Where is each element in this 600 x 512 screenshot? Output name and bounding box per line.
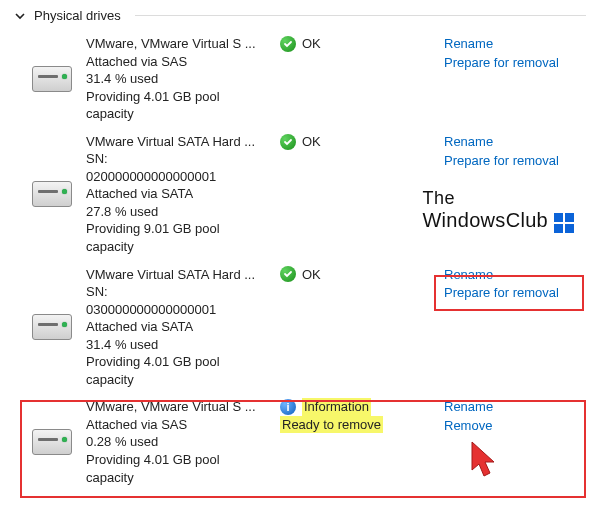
drive-status: OK xyxy=(280,133,440,256)
drive-list: VMware, VMware Virtual S ... Attached vi… xyxy=(32,29,586,490)
drive-sn-label: SN: xyxy=(86,283,276,301)
drive-row: VMware, VMware Virtual S ... Attached vi… xyxy=(32,392,586,490)
drive-used: 27.8 % used xyxy=(86,203,276,221)
drive-attached: Attached via SATA xyxy=(86,185,276,203)
drive-info: VMware Virtual SATA Hard ... SN: 0300000… xyxy=(86,266,276,389)
drive-actions: Rename Remove xyxy=(444,398,594,486)
ok-icon xyxy=(280,134,296,150)
drive-name: VMware Virtual SATA Hard ... xyxy=(86,133,276,151)
status-ok-label: OK xyxy=(302,35,321,53)
drive-sn-label: SN: xyxy=(86,150,276,168)
drive-capacity: Providing 4.01 GB pool xyxy=(86,451,276,469)
drive-actions: Rename Prepare for removal xyxy=(444,133,594,256)
drive-status: i Information Ready to remove xyxy=(280,398,440,486)
drive-info: VMware, VMware Virtual S ... Attached vi… xyxy=(86,398,276,486)
drive-attached: Attached via SATA xyxy=(86,318,276,336)
status-ok-label: OK xyxy=(302,133,321,151)
hard-drive-icon xyxy=(32,429,72,455)
ok-icon xyxy=(280,36,296,52)
drive-sn: 020000000000000001 xyxy=(86,168,276,186)
status-ok-label: OK xyxy=(302,266,321,284)
drive-info: VMware Virtual SATA Hard ... SN: 0200000… xyxy=(86,133,276,256)
drive-row: VMware, VMware Virtual S ... Attached vi… xyxy=(32,29,586,127)
prepare-removal-link[interactable]: Prepare for removal xyxy=(444,54,559,73)
drive-capacity: Providing 4.01 GB pool xyxy=(86,353,276,371)
drive-sn: 030000000000000001 xyxy=(86,301,276,319)
drive-name: VMware Virtual SATA Hard ... xyxy=(86,266,276,284)
hard-drive-icon xyxy=(32,66,72,92)
drive-status: OK xyxy=(280,35,440,123)
drive-name: VMware, VMware Virtual S ... xyxy=(86,35,276,53)
drive-capacity-2: capacity xyxy=(86,105,276,123)
rename-link[interactable]: Rename xyxy=(444,266,493,285)
prepare-removal-link[interactable]: Prepare for removal xyxy=(444,152,559,171)
drive-used: 0.28 % used xyxy=(86,433,276,451)
drive-used: 31.4 % used xyxy=(86,70,276,88)
drive-used: 31.4 % used xyxy=(86,336,276,354)
section-title: Physical drives xyxy=(34,8,121,23)
drive-attached: Attached via SAS xyxy=(86,53,276,71)
drive-actions: Rename Prepare for removal xyxy=(444,35,594,123)
status-ready-label: Ready to remove xyxy=(280,416,383,434)
drive-status: OK xyxy=(280,266,440,389)
drive-attached: Attached via SAS xyxy=(86,416,276,434)
remove-link[interactable]: Remove xyxy=(444,417,492,436)
drive-info: VMware, VMware Virtual S ... Attached vi… xyxy=(86,35,276,123)
status-information-label: Information xyxy=(302,398,371,416)
prepare-removal-link[interactable]: Prepare for removal xyxy=(444,284,559,303)
drive-capacity-2: capacity xyxy=(86,371,276,389)
drive-row: VMware Virtual SATA Hard ... SN: 0200000… xyxy=(32,127,586,260)
drive-capacity: Providing 9.01 GB pool xyxy=(86,220,276,238)
hard-drive-icon xyxy=(32,181,72,207)
hard-drive-icon xyxy=(32,314,72,340)
info-icon: i xyxy=(280,399,296,415)
drive-capacity-2: capacity xyxy=(86,469,276,487)
rename-link[interactable]: Rename xyxy=(444,35,493,54)
rename-link[interactable]: Rename xyxy=(444,133,493,152)
chevron-down-icon xyxy=(14,10,26,22)
rename-link[interactable]: Rename xyxy=(444,398,493,417)
drive-capacity: Providing 4.01 GB pool xyxy=(86,88,276,106)
drive-name: VMware, VMware Virtual S ... xyxy=(86,398,276,416)
drive-row: VMware Virtual SATA Hard ... SN: 0300000… xyxy=(32,260,586,393)
drive-capacity-2: capacity xyxy=(86,238,276,256)
drive-actions: Rename Prepare for removal xyxy=(444,266,594,389)
section-divider xyxy=(135,15,586,16)
ok-icon xyxy=(280,266,296,282)
section-header[interactable]: Physical drives xyxy=(14,8,586,23)
